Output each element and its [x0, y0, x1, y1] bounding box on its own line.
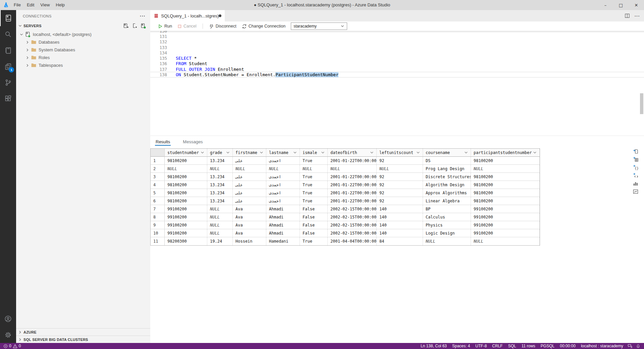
grid-cell[interactable]: احمدى	[266, 181, 300, 189]
grid-cell[interactable]: على	[233, 197, 266, 205]
grid-row[interactable]: 1099100200NULLAvaAhmadiFalse2002-02-15T0…	[151, 229, 540, 237]
column-header-lastname[interactable]: lastname	[266, 149, 300, 157]
grid-cell[interactable]: 99100200	[165, 205, 207, 213]
code-line[interactable]: 130	[150, 31, 644, 34]
grid-cell[interactable]: Ava	[233, 205, 266, 213]
editor-tab[interactable]: SQLQuery_1 - localh...stgres)	[150, 10, 225, 21]
new-connection-icon[interactable]	[123, 23, 129, 29]
grid-cell[interactable]: Hamedani	[266, 237, 300, 245]
column-header-firstname[interactable]: firstname	[233, 149, 266, 157]
grid-cell[interactable]: Physics	[423, 221, 471, 229]
grid-cell[interactable]: Ava	[233, 221, 266, 229]
grid-cell[interactable]: 98100200	[471, 189, 540, 197]
grid-cell[interactable]: False	[300, 213, 328, 221]
minimize-button[interactable]: –	[598, 0, 613, 10]
row-number-cell[interactable]: 3	[151, 173, 165, 181]
column-header-dateofbirth[interactable]: dateofbirth	[328, 149, 377, 157]
row-number-cell[interactable]: 4	[151, 181, 165, 189]
tab-messages[interactable]: Messages	[182, 136, 203, 147]
active-connections-icon[interactable]	[140, 23, 146, 29]
tree-item[interactable]: Tablespaces	[16, 61, 150, 69]
grid-row[interactable]: 69810020013.234علىاحمدىTrue2001-01-22T00…	[151, 197, 540, 205]
grid-cell[interactable]: 2002-02-15T00:00:00	[328, 229, 377, 237]
activity-connections-icon[interactable]	[0, 10, 16, 26]
grid-row[interactable]: 999100200NULLAvaAhmadiFalse2002-02-15T00…	[151, 221, 540, 229]
grid-cell[interactable]: 2002-02-15T00:00:00	[328, 205, 377, 213]
grid-cell[interactable]: 140	[377, 221, 423, 229]
grid-cell[interactable]: Calculus	[423, 213, 471, 221]
grid-row[interactable]: 799100200NULLAvaAhmadiFalse2002-02-15T00…	[151, 205, 540, 213]
column-sort-chevron-icon[interactable]	[416, 151, 420, 154]
grid-cell[interactable]: 19.24	[207, 237, 233, 245]
column-sort-chevron-icon[interactable]	[464, 151, 468, 154]
grid-cell[interactable]: Linear Algebra	[423, 197, 471, 205]
grid-cell[interactable]: NULL	[471, 237, 540, 245]
grid-cell[interactable]: 92	[377, 197, 423, 205]
grid-cell[interactable]: 2001-01-22T00:00:00	[328, 181, 377, 189]
grid-cell[interactable]: Prog Lang Design	[423, 165, 471, 173]
results-grid[interactable]: studentnumbergradefirstnamelastnameismal…	[150, 148, 540, 246]
grid-cell[interactable]: 92	[377, 173, 423, 181]
activity-explorer-icon[interactable]: 1	[0, 58, 16, 74]
grid-cell[interactable]: 99100200	[165, 221, 207, 229]
grid-cell[interactable]: احمدى	[266, 173, 300, 181]
grid-cell[interactable]: احمدى	[266, 189, 300, 197]
feedback-icon[interactable]	[626, 344, 634, 348]
menu-file[interactable]: File	[11, 0, 24, 10]
save-as-excel-icon[interactable]	[633, 156, 639, 162]
maximize-button[interactable]: □	[613, 0, 629, 10]
status-item[interactable]: 11 rows	[519, 344, 538, 348]
account-icon[interactable]	[0, 311, 16, 327]
grid-cell[interactable]: DS	[423, 157, 471, 165]
grid-cell[interactable]: 13.234	[207, 157, 233, 165]
grid-cell[interactable]: 99100200	[471, 205, 540, 213]
status-item[interactable]: Spaces: 4	[449, 344, 473, 348]
grid-cell[interactable]: 99100200	[471, 221, 540, 229]
grid-cell[interactable]: 2001-01-22T00:00:00	[328, 197, 377, 205]
grid-cell[interactable]: 98100200	[165, 173, 207, 181]
status-item[interactable]: PGSQL	[538, 344, 557, 348]
activity-notebooks-icon[interactable]	[0, 42, 16, 58]
activity-extensions-icon[interactable]	[0, 91, 16, 107]
grid-cell[interactable]: NULL	[207, 205, 233, 213]
chevron-right-icon[interactable]	[25, 47, 30, 53]
grid-cell[interactable]: 84	[377, 237, 423, 245]
tab-modified-dot[interactable]	[219, 14, 221, 17]
grid-cell[interactable]: 92	[377, 189, 423, 197]
grid-cell[interactable]: True	[300, 181, 328, 189]
status-item[interactable]: UTF-8	[473, 344, 489, 348]
save-as-json-icon[interactable]: {}	[633, 164, 639, 170]
save-as-xml-icon[interactable]	[633, 172, 639, 179]
grid-cell[interactable]: NULL	[300, 165, 328, 173]
grid-cell[interactable]: 92	[377, 157, 423, 165]
disconnect-button[interactable]: Disconnect	[206, 22, 239, 30]
grid-cell[interactable]: 140	[377, 229, 423, 237]
database-dropdown[interactable]: staracademy	[291, 22, 347, 30]
column-header-studentnumber[interactable]: studentnumber	[165, 149, 207, 157]
grid-cell[interactable]: 13.234	[207, 197, 233, 205]
grid-cell[interactable]: Algorithm Design	[423, 181, 471, 189]
column-header-leftunitscount[interactable]: leftunitscount	[377, 149, 423, 157]
row-number-cell[interactable]: 11	[151, 237, 165, 245]
chevron-right-icon[interactable]	[25, 55, 30, 60]
row-number-cell[interactable]: 8	[151, 213, 165, 221]
grid-cell[interactable]: احمدى	[266, 157, 300, 165]
grid-cell[interactable]: 98100200	[165, 189, 207, 197]
grid-row[interactable]: 899100200NULLAvaAhmadiFalse2002-02-15T00…	[151, 213, 540, 221]
grid-cell[interactable]: 98100200	[471, 197, 540, 205]
column-header-participantstudentnumber[interactable]: participantstudentnumber	[471, 149, 540, 157]
column-sort-chevron-icon[interactable]	[370, 151, 374, 154]
grid-cell[interactable]: 98100200	[471, 181, 540, 189]
grid-cell[interactable]: Ahmadi	[266, 229, 300, 237]
code-editor[interactable]: 130131132133134135SELECT *136FROM Studen…	[150, 31, 644, 136]
grid-cell[interactable]: Hossein	[233, 237, 266, 245]
grid-cell[interactable]: False	[300, 205, 328, 213]
new-server-group-icon[interactable]	[131, 23, 138, 29]
column-header-ismale[interactable]: ismale	[300, 149, 328, 157]
row-number-cell[interactable]: 1	[151, 157, 165, 165]
grid-cell[interactable]: Ava	[233, 213, 266, 221]
grid-cell[interactable]: على	[233, 157, 266, 165]
grid-cell[interactable]: NULL	[207, 229, 233, 237]
grid-cell[interactable]: 98100200	[471, 157, 540, 165]
grid-row[interactable]: 49810020013.234علىاحمدىTrue2001-01-22T00…	[151, 181, 540, 189]
